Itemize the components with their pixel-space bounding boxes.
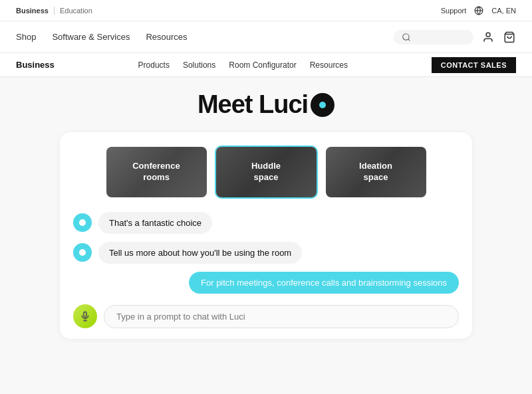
chat-input-row [73, 304, 459, 328]
bot-avatar-dot-2 [79, 249, 86, 256]
room-card-overlay-conference: Conferencerooms [106, 147, 207, 197]
education-tab[interactable]: Education [60, 7, 92, 15]
hero-title: Meet Luci [27, 90, 505, 119]
hero-title-text: Meet Luci [198, 90, 308, 119]
luci-icon-bubble [311, 93, 334, 117]
sub-nav-brand: Business [16, 60, 55, 70]
mic-icon [80, 311, 90, 322]
room-card-label-ideation: Ideationspace [359, 161, 392, 183]
globe-icon [474, 6, 483, 15]
search-icon [402, 33, 411, 42]
subnav-resources[interactable]: Resources [310, 60, 348, 70]
chat-messages: That's a fantastic choice Tell us more a… [73, 212, 459, 294]
top-bar-right: Support CA, EN [441, 6, 516, 15]
sub-nav-links: Products Solutions Room Configurator Res… [138, 60, 348, 70]
svg-line-3 [408, 39, 410, 41]
svg-rect-6 [84, 312, 86, 317]
room-selector: Conferencerooms Huddlespace Ideationspac… [73, 146, 459, 199]
nav-resources[interactable]: Resources [146, 32, 187, 42]
svg-point-4 [486, 33, 490, 37]
user-bubble-1: For pitch meetings, conference calls and… [189, 272, 459, 294]
subnav-room-config[interactable]: Room Configurator [229, 60, 296, 70]
main-nav: Shop Software & Services Resources [0, 21, 532, 53]
room-card-conference[interactable]: Conferencerooms [105, 146, 208, 199]
room-card-label-conference: Conferencerooms [132, 161, 180, 183]
top-bar-divider [54, 7, 55, 15]
top-bar-left: Business Education [16, 7, 92, 15]
room-card-ideation[interactable]: Ideationspace [325, 146, 428, 199]
bot-avatar-1 [73, 213, 92, 232]
main-nav-left: Shop Software & Services Resources [16, 32, 188, 42]
main-nav-right [394, 30, 516, 45]
nav-shop[interactable]: Shop [16, 32, 36, 42]
svg-point-2 [403, 33, 409, 39]
bot-avatar-dot-1 [79, 219, 86, 226]
page-content: Meet Luci Conferencerooms Huddlespace [0, 77, 532, 394]
subnav-products[interactable]: Products [138, 60, 170, 70]
chat-container: Conferencerooms Huddlespace Ideationspac… [60, 132, 472, 339]
bot-message-1: That's a fantastic choice [73, 212, 459, 234]
bot-bubble-1: That's a fantastic choice [98, 212, 212, 234]
bot-avatar-2 [73, 243, 92, 262]
subnav-solutions[interactable]: Solutions [183, 60, 215, 70]
room-card-huddle[interactable]: Huddlespace [215, 146, 318, 199]
room-card-overlay-huddle: Huddlespace [216, 147, 317, 197]
luci-bubble-dot [319, 102, 326, 108]
search-box[interactable] [394, 30, 473, 45]
room-card-label-huddle: Huddlespace [251, 161, 281, 183]
cart-icon[interactable] [503, 31, 516, 44]
nav-software[interactable]: Software & Services [52, 32, 130, 42]
user-icon[interactable] [481, 31, 495, 44]
mic-button[interactable] [73, 304, 97, 328]
room-card-overlay-ideation: Ideationspace [326, 147, 426, 197]
business-tab[interactable]: Business [16, 7, 49, 15]
bot-bubble-2: Tell us more about how you'll be using t… [98, 242, 302, 264]
top-bar: Business Education Support CA, EN [0, 0, 532, 21]
sub-nav: Business Products Solutions Room Configu… [0, 53, 532, 77]
support-link[interactable]: Support [441, 7, 467, 15]
bot-message-2: Tell us more about how you'll be using t… [73, 242, 459, 264]
chat-input[interactable] [104, 305, 459, 328]
locale-label[interactable]: CA, EN [491, 7, 516, 15]
contact-sales-button[interactable]: CONTACT SALES [432, 57, 516, 73]
